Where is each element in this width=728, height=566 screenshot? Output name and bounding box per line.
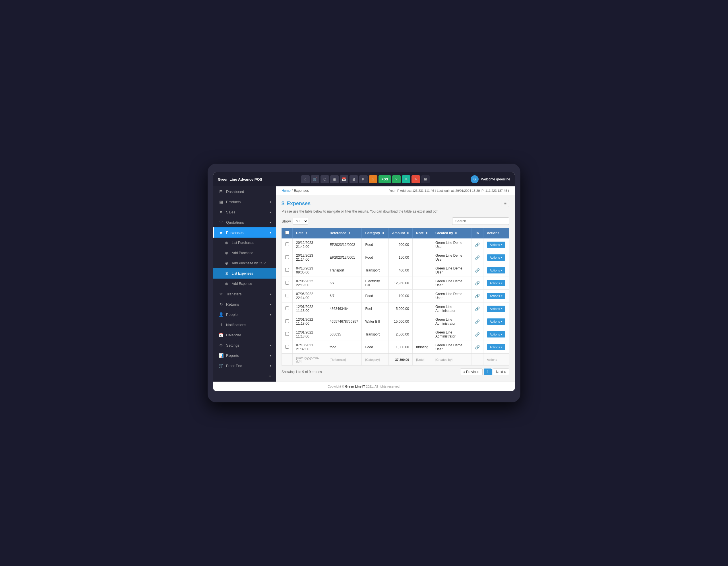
sidebar-label-returns: Returns (226, 302, 239, 307)
edit-nav-icon[interactable]: ✎ (411, 175, 420, 183)
sidebar-item-notifications[interactable]: ℹ Notifications (213, 320, 276, 330)
ip-info: Your IP Address 123.231.111.46 ( Last lo… (389, 189, 509, 192)
footer-reference: [Reference] (326, 354, 362, 366)
show-select[interactable]: 50 25 10 100 (293, 218, 308, 224)
prev-page-button[interactable]: « Previous (460, 369, 483, 375)
row-checkbox-6[interactable] (285, 319, 289, 323)
sidebar-item-list-expenses[interactable]: $ List Expenses (213, 268, 276, 278)
actions-button-0[interactable]: Actions ▾ (487, 241, 505, 248)
row-actions-cell-8: Actions ▾ (483, 341, 509, 354)
row-checkbox-cell-7 (282, 328, 293, 341)
row-created-by-3: Green Line Deme User (432, 277, 471, 290)
row-note-5 (413, 303, 432, 315)
cart-nav-icon[interactable]: 🛒 (311, 175, 319, 183)
transfers-chevron: ▾ (270, 293, 271, 296)
show-label: Show (282, 219, 291, 223)
table-row: 20/12/2023 21:14:00 EP2023/12/0001 Food … (282, 251, 509, 264)
row-link-6: 🔗 (471, 315, 483, 328)
row-category-6: Water Bill (362, 315, 388, 328)
sidebar-item-calendar[interactable]: 📅 Calendar (213, 330, 276, 340)
sidebar-item-add-expense[interactable]: ⊕ Add Expense (213, 278, 276, 289)
row-reference-0: EP2023/12/0002 (326, 238, 362, 251)
calendar-nav-icon[interactable]: 📅 (340, 175, 348, 183)
row-note-2 (413, 264, 432, 277)
actions-button-2[interactable]: Actions ▾ (487, 267, 505, 273)
row-created-by-4: Green Line Deme User (432, 290, 471, 303)
row-checkbox-0[interactable] (285, 242, 289, 246)
row-checkbox-8[interactable] (285, 345, 289, 349)
page-1-button[interactable]: 1 (484, 369, 492, 375)
list-nav-icon[interactable]: ≡ (402, 175, 410, 183)
print-nav-icon[interactable]: 🖨 (349, 175, 358, 183)
flag-nav-icon[interactable]: 🏳 (359, 175, 368, 183)
sidebar-item-dashboard[interactable]: ⊞ Dashboard (213, 186, 276, 197)
table-nav-icon[interactable]: ▦ (330, 175, 339, 183)
actions-button-1[interactable]: Actions ▾ (487, 254, 505, 261)
actions-button-5[interactable]: Actions ▾ (487, 306, 505, 312)
col-date[interactable]: Date ⇕ (293, 228, 326, 238)
row-checkbox-7[interactable] (285, 332, 289, 336)
row-reference-6: 465574678756857 (326, 315, 362, 328)
row-created-by-1: Green Line Deme User (432, 251, 471, 264)
sidebar-item-list-purchases[interactable]: ⊕ List Purchases (213, 237, 276, 248)
actions-button-6[interactable]: Actions ▾ (487, 319, 505, 325)
col-reference[interactable]: Reference ⇕ (326, 228, 362, 238)
row-actions-cell-5: Actions ▾ (483, 303, 509, 315)
row-reference-4: 6/7 (326, 290, 362, 303)
row-checkbox-2[interactable] (285, 268, 289, 272)
row-category-3: Electricity Bill (362, 277, 388, 290)
actions-button-8[interactable]: Actions ▾ (487, 344, 505, 350)
settings-chevron: ▾ (270, 344, 271, 347)
table-view-button[interactable]: ≡ (502, 200, 509, 207)
main-layout: ⊞ Dashboard ▦ Products ▾ ♥ Sales ▾ ♡ Quo… (213, 186, 515, 382)
actions-button-7[interactable]: Actions ▾ (487, 331, 505, 338)
share-nav-icon[interactable]: ⬡ (320, 175, 329, 183)
sidebar-item-sales[interactable]: ♥ Sales ▾ (213, 207, 276, 217)
row-reference-1: EP2023/12/0001 (326, 251, 362, 264)
row-checkbox-1[interactable] (285, 255, 289, 259)
pos-button[interactable]: POS (379, 175, 391, 183)
sidebar-item-add-purchase[interactable]: ⊕ Add Purchase (213, 248, 276, 258)
table-body: 20/12/2023 21:42:00 EP2023/12/0002 Food … (282, 238, 509, 354)
sidebar-label-settings: Settings (226, 343, 239, 348)
row-checkbox-4[interactable] (285, 294, 289, 298)
breadcrumb-home[interactable]: Home (282, 189, 291, 193)
row-checkbox-cell-8 (282, 341, 293, 354)
row-checkbox-3[interactable] (285, 281, 289, 285)
sidebar-item-add-purchase-csv[interactable]: ⊕ Add Purchase by CSV (213, 258, 276, 268)
sidebar-item-people[interactable]: 👤 People ▾ (213, 309, 276, 320)
col-note[interactable]: Note ⇕ (413, 228, 432, 238)
sidebar-item-transfers[interactable]: ☆ Transfers ▾ (213, 289, 276, 299)
row-category-7: Transport (362, 328, 388, 341)
sidebar-item-products[interactable]: ▦ Products ▾ (213, 197, 276, 207)
search-input[interactable] (452, 217, 509, 225)
col-category[interactable]: Category ⇕ (362, 228, 388, 238)
actions-button-4[interactable]: Actions ▾ (487, 293, 505, 299)
footer-actions: Actions (483, 354, 509, 366)
x-nav-icon[interactable]: ✕ (392, 175, 401, 183)
row-checkbox-cell-4 (282, 290, 293, 303)
row-note-0 (413, 238, 432, 251)
row-amount-2: 400.00 (388, 264, 413, 277)
sidebar-collapse-button[interactable]: « (213, 371, 276, 382)
next-page-button[interactable]: Next » (493, 369, 509, 375)
sidebar-item-settings[interactable]: ⚙ Settings ▾ (213, 340, 276, 350)
add-expense-icon: ⊕ (224, 281, 229, 286)
row-checkbox-5[interactable] (285, 307, 289, 310)
sidebar-item-reports[interactable]: 📊 Reports ▾ (213, 350, 276, 361)
welcome-text: Welcome greenline (481, 177, 510, 181)
sidebar-item-purchases[interactable]: ★ Purchases ▾ (213, 227, 276, 237)
sidebar-item-quotations[interactable]: ♡ Quotations ▾ (213, 217, 276, 227)
home-nav-icon[interactable]: ⌂ (301, 175, 310, 183)
select-all-checkbox[interactable] (285, 231, 289, 234)
row-checkbox-cell-0 (282, 238, 293, 251)
col-amount[interactable]: Amount ⇕ (388, 228, 413, 238)
alert-nav-icon[interactable]: ⚠ (369, 175, 377, 183)
sidebar-item-returns[interactable]: ⟲ Returns ▾ (213, 299, 276, 309)
row-actions-cell-0: Actions ▾ (483, 238, 509, 251)
actions-button-3[interactable]: Actions ▾ (487, 280, 505, 286)
grid-nav-icon[interactable]: ⊞ (421, 175, 430, 183)
col-created-by[interactable]: Created by ⇕ (432, 228, 471, 238)
sidebar-item-frontend[interactable]: 🛒 Front End ▾ (213, 361, 276, 371)
date-sort-icon: ⇕ (305, 231, 307, 235)
